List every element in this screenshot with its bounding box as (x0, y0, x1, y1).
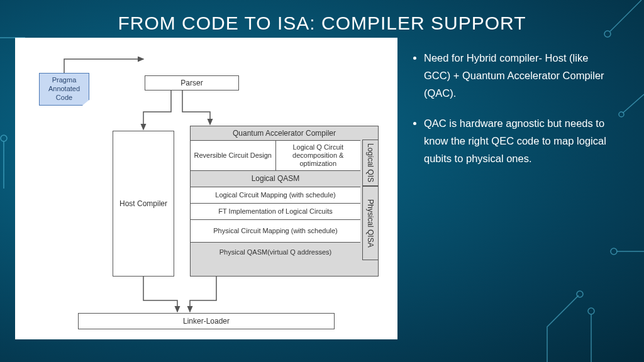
pragma-note: Pragma Annotated Code (39, 73, 89, 106)
lqisa-text: Logical QIS (366, 143, 375, 182)
linker-label: Linker-Loader (183, 317, 230, 326)
logical-qasm-box: Logical QASM (191, 170, 360, 187)
host-compiler-label: Host Compiler (119, 199, 167, 208)
lmap-label: Logical Circuit Mapping (with schedule) (215, 191, 335, 199)
svg-point-1 (604, 31, 611, 37)
parser-box: Parser (145, 75, 239, 90)
physical-qisa-label: Physical QISA (362, 186, 379, 260)
pragma-note-label: Pragma Annotated Code (40, 76, 89, 102)
ft-box: FT Implementation of Logical Circuits (191, 203, 360, 219)
ft-label: FT Implementation of Logical Circuits (218, 207, 332, 216)
svg-point-4 (588, 308, 594, 314)
svg-point-0 (1, 135, 7, 141)
svg-point-2 (619, 112, 624, 117)
decomp-label: Logical Q Circuit decomposition & optimi… (276, 143, 361, 168)
qac-container: Quantum Accelerator Compiler Reversible … (190, 126, 379, 277)
decomp-box: Logical Q Circuit decomposition & optimi… (276, 140, 361, 170)
physical-qasm-box: Physical QASM(virtual Q addresses) (191, 242, 360, 262)
physical-mapping-box: Physical Circuit Mapping (with schedule) (191, 219, 360, 242)
pqisa-text: Physical QISA (366, 199, 375, 248)
svg-point-3 (577, 291, 583, 297)
diagram-panel: Pragma Annotated Code Parser Host Compil… (15, 38, 397, 339)
pqasm-label: Physical QASM(virtual Q addresses) (219, 248, 332, 256)
lqasm-label: Logical QASM (252, 174, 300, 183)
parser-label: Parser (180, 79, 203, 87)
qac-title: Quantum Accelerator Compiler (191, 126, 378, 140)
reversible-circuit-box: Reversible Circuit Design (191, 140, 276, 170)
linker-box: Linker-Loader (78, 313, 335, 329)
pmap-label: Physical Circuit Mapping (with schedule) (213, 227, 337, 235)
svg-point-5 (611, 248, 617, 255)
logical-mapping-box: Logical Circuit Mapping (with schedule) (191, 187, 360, 203)
logical-qisa-label: Logical QIS (362, 140, 379, 186)
reversible-label: Reversible Circuit Design (194, 151, 272, 160)
host-compiler-box: Host Compiler (113, 131, 174, 277)
